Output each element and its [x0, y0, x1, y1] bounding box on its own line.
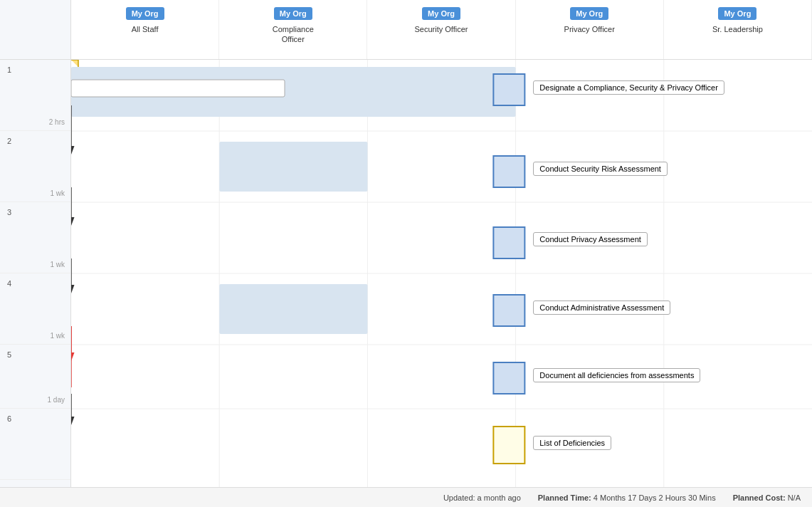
row-number: 6 — [0, 409, 70, 424]
arrows-svg — [71, 60, 812, 487]
svg-rect-9 — [71, 67, 516, 117]
svg-rect-23 — [493, 427, 524, 464]
header-row: My OrgAll StaffMy OrgCompliance OfficerM… — [0, 0, 812, 60]
svg-rect-16 — [493, 227, 524, 258]
row-section-2: 31 wk — [0, 202, 70, 273]
header-col-1: My OrgCompliance Officer — [219, 0, 367, 59]
org-badge: My Org — [422, 7, 460, 20]
row-number: 2 — [0, 131, 70, 147]
svg-rect-10 — [219, 142, 367, 192]
planned-time-label: Planned Time: — [538, 493, 591, 502]
label-security: Conduct Security Risk Assessment — [533, 162, 668, 176]
col-label: Privacy Officer — [564, 24, 615, 34]
left-numbers: 12 hrs21 wk31 wk41 wk51 day6 — [0, 60, 71, 487]
svg-rect-12 — [71, 80, 285, 97]
label-list: List of Deficiencies — [533, 436, 611, 450]
row-duration: 1 wk — [50, 189, 65, 197]
header-col-4: My OrgSr. Leadership — [664, 0, 812, 59]
planned-cost-label: Planned Cost: — [733, 493, 786, 502]
svg-rect-21 — [493, 362, 524, 394]
label-document: Document all deficiencies from assessmen… — [533, 368, 700, 382]
row-number: 1 — [0, 60, 70, 75]
row-duration: 1 wk — [50, 261, 65, 268]
label-privacy: Conduct Privacy Assessment — [533, 232, 647, 246]
row-number: 3 — [0, 202, 70, 218]
row-duration: 1 day — [48, 396, 65, 404]
header-col-0: My OrgAll Staff — [71, 0, 219, 59]
box-designate — [493, 74, 524, 105]
org-badge: My Org — [126, 7, 164, 20]
updated-text: Updated: a month ago — [443, 493, 521, 502]
row-section-3: 41 wk — [0, 273, 70, 345]
planned-cost: Planned Cost: N/A — [733, 493, 801, 502]
status-bar: Updated: a month ago Planned Time: 4 Mon… — [0, 487, 812, 507]
row-duration: 1 wk — [50, 332, 65, 340]
header-col-2: My OrgSecurity Officer — [367, 0, 515, 59]
org-badge: My Org — [274, 7, 312, 20]
header-col-3: My OrgPrivacy Officer — [516, 0, 664, 59]
diagram-canvas: Designate a Compliance, Security & Priva… — [71, 60, 812, 487]
planned-time-value: 4 Months 17 Days 2 Hours 30 Mins — [594, 493, 716, 502]
row-section-1: 21 wk — [0, 131, 70, 202]
content-area: 12 hrs21 wk31 wk41 wk51 day6 — [0, 60, 812, 487]
row-number: 4 — [0, 273, 70, 289]
svg-rect-14 — [493, 156, 524, 187]
svg-rect-18 — [493, 295, 524, 326]
planned-time: Planned Time: 4 Months 17 Days 2 Hours 3… — [538, 493, 716, 502]
org-badge: My Org — [718, 7, 756, 20]
main-container: My OrgAll StaffMy OrgCompliance OfficerM… — [0, 0, 812, 507]
header-cols: My OrgAll StaffMy OrgCompliance OfficerM… — [71, 0, 812, 59]
col-label: Security Officer — [415, 24, 468, 34]
col-label: Compliance Officer — [273, 24, 314, 45]
row-duration: 2 hrs — [49, 118, 65, 126]
planned-cost-value: N/A — [788, 493, 801, 502]
org-badge: My Org — [570, 7, 608, 20]
svg-rect-11 — [219, 284, 367, 334]
header-left — [0, 0, 71, 59]
label-designate: Designate a Compliance, Security & Priva… — [533, 80, 724, 95]
col-label: All Staff — [132, 24, 159, 34]
row-section-5: 6 — [0, 409, 70, 480]
row-number: 5 — [0, 345, 70, 360]
label-admin: Conduct Administrative Assessment — [533, 300, 670, 315]
row-section-0: 12 hrs — [0, 60, 70, 131]
col-label: Sr. Leadership — [712, 24, 763, 34]
row-section-4: 51 day — [0, 345, 70, 409]
